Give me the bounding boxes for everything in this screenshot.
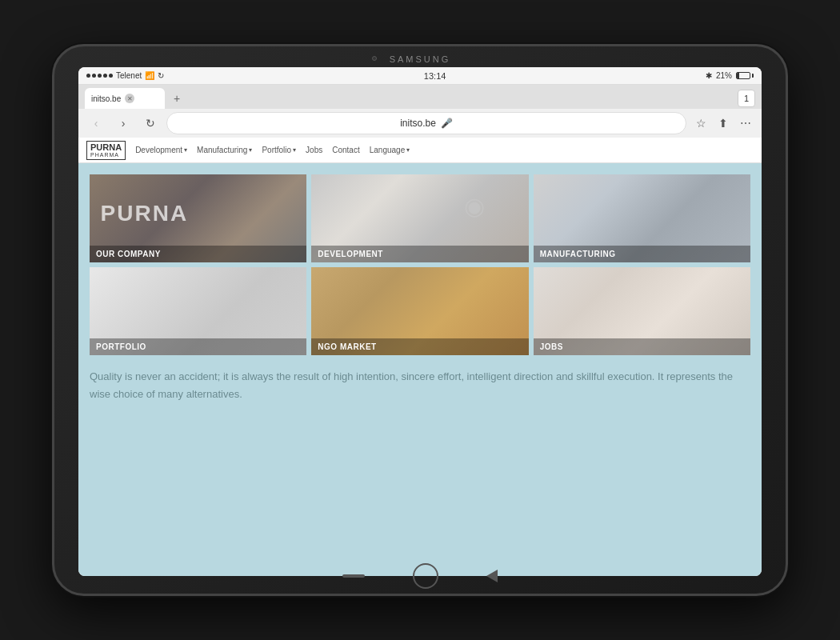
recent-apps-button[interactable] xyxy=(342,574,365,578)
logo-text: PURNA xyxy=(90,142,122,152)
back-hardware-button[interactable] xyxy=(486,570,498,582)
website-content: PURNA PHARMA Development ▾ Manufacturing… xyxy=(78,138,762,576)
battery-indicator xyxy=(736,72,754,79)
tile-our-company[interactable]: OUR COMPANY xyxy=(90,174,306,262)
battery-fill xyxy=(737,73,739,78)
tablet-screen: Telenet 📶 ↻ 13:14 ✱ 21% in xyxy=(78,67,762,576)
signal-dot-3 xyxy=(98,74,102,78)
url-text: initso.be xyxy=(400,118,436,129)
wifi-icon: 📶 xyxy=(145,71,154,80)
new-tab-button[interactable]: + xyxy=(168,90,186,107)
tile-manufacturing[interactable]: MANUFACTURING xyxy=(534,174,750,262)
signal-dot-1 xyxy=(86,74,90,78)
battery-body xyxy=(736,72,750,79)
tile-jobs[interactable]: JOBS xyxy=(534,267,750,355)
nav-item-contact[interactable]: Contact xyxy=(332,146,359,154)
nav-item-manufacturing[interactable]: Manufacturing ▾ xyxy=(197,146,252,154)
tablet-device: SAMSUNG Telenet 📶 ↻ 13:14 ✱ 21% xyxy=(52,44,788,596)
close-tab-button[interactable]: ✕ xyxy=(125,94,134,103)
dropdown-caret: ▾ xyxy=(249,146,252,154)
tab-title: initso.be xyxy=(91,94,121,103)
site-logo[interactable]: PURNA PHARMA xyxy=(86,141,126,160)
tile-development[interactable]: DEVELOPMENT xyxy=(311,174,528,262)
quote-section: Quality is never an accident; it is alwa… xyxy=(78,355,762,419)
tile-grid: OUR COMPANY DEVELOPMENT MANUFACTURING PO… xyxy=(90,174,750,355)
nav-item-development[interactable]: Development ▾ xyxy=(135,146,187,154)
tile-manufacturing-label: MANUFACTURING xyxy=(534,246,750,262)
camera-dot xyxy=(372,56,377,61)
dropdown-caret: ▾ xyxy=(406,146,410,154)
nav-item-portfolio[interactable]: Portfolio ▾ xyxy=(262,146,296,154)
browser-chrome: initso.be ✕ + 1 ‹ › ↻ initso.be 🎤 ☆ ⬆ ⋯ xyxy=(78,85,762,138)
microphone-icon[interactable]: 🎤 xyxy=(441,118,453,129)
home-button[interactable] xyxy=(413,563,438,589)
tablet-bottom-buttons xyxy=(342,563,498,589)
nav-actions: ☆ ⬆ ⋯ xyxy=(691,114,755,133)
url-bar[interactable]: initso.be 🎤 xyxy=(166,112,686,134)
tab-count-badge[interactable]: 1 xyxy=(738,90,755,107)
sync-icon: ↻ xyxy=(158,71,164,80)
tile-jobs-label: JOBS xyxy=(534,338,750,355)
signal-dot-4 xyxy=(103,74,107,78)
reload-button[interactable]: ↻ xyxy=(139,112,162,134)
brand-label: SAMSUNG xyxy=(390,54,451,64)
battery-percent: 21% xyxy=(716,71,732,80)
tile-portfolio[interactable]: PORTFOLIO xyxy=(90,267,306,355)
back-button[interactable]: ‹ xyxy=(85,112,107,134)
tile-company-label: OUR COMPANY xyxy=(90,246,306,262)
bluetooth-icon: ✱ xyxy=(706,71,712,80)
nav-item-language[interactable]: Language ▾ xyxy=(370,146,410,154)
nav-item-jobs[interactable]: Jobs xyxy=(306,146,322,154)
tile-ngo-market[interactable]: NGO MARKET xyxy=(311,267,528,355)
tile-development-label: DEVELOPMENT xyxy=(311,246,528,262)
status-left: Telenet 📶 ↻ xyxy=(86,71,164,80)
dropdown-caret: ▾ xyxy=(184,146,187,154)
clock: 13:14 xyxy=(424,71,446,81)
signal-dots xyxy=(86,74,113,78)
tab-bar: initso.be ✕ + 1 xyxy=(78,85,762,109)
tile-grid-section: OUR COMPANY DEVELOPMENT MANUFACTURING PO… xyxy=(78,163,762,355)
site-nav: PURNA PHARMA Development ▾ Manufacturing… xyxy=(78,138,762,163)
bookmark-icon[interactable]: ☆ xyxy=(691,114,710,133)
dropdown-caret: ▾ xyxy=(293,146,296,154)
share-icon[interactable]: ⬆ xyxy=(714,114,733,133)
tile-ngo-label: NGO MARKET xyxy=(311,338,528,355)
logo-subtext: PHARMA xyxy=(90,152,122,158)
carrier-label: Telenet xyxy=(116,71,142,80)
browser-nav-bar: ‹ › ↻ initso.be 🎤 ☆ ⬆ ⋯ xyxy=(78,109,762,138)
more-options-icon[interactable]: ⋯ xyxy=(736,114,755,133)
signal-dot-2 xyxy=(92,74,96,78)
battery-tip xyxy=(752,74,754,78)
active-tab[interactable]: initso.be ✕ xyxy=(85,88,165,109)
tile-portfolio-label: PORTFOLIO xyxy=(90,338,306,355)
status-bar: Telenet 📶 ↻ 13:14 ✱ 21% xyxy=(78,67,762,85)
status-right: ✱ 21% xyxy=(706,71,754,80)
quote-text: Quality is never an accident; it is alwa… xyxy=(90,368,750,403)
signal-dot-5 xyxy=(109,74,113,78)
forward-button[interactable]: › xyxy=(112,112,134,134)
